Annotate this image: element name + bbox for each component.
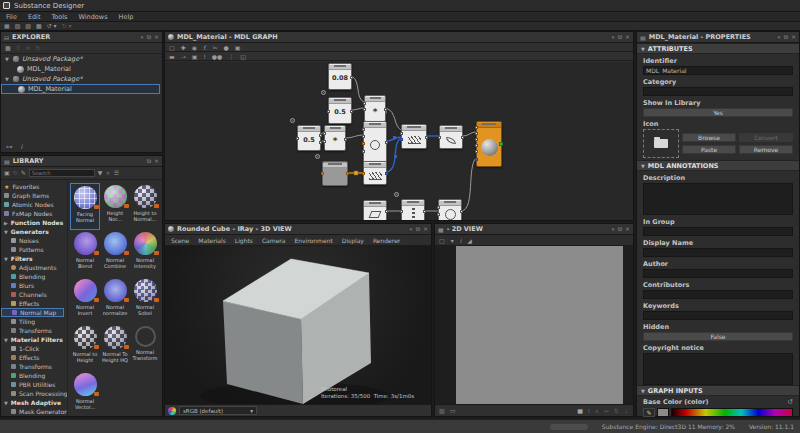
pair-icon[interactable]: ●● [212, 53, 222, 60]
snap-icon[interactable]: ◱ [240, 53, 246, 60]
library-item-normal-to-height-hq[interactable]: Normal To Height HQ [100, 324, 130, 371]
graph-node-diffuse-reflection[interactable] [401, 124, 427, 149]
close-icon[interactable]: × [791, 33, 796, 41]
browse-button[interactable]: Browse [682, 133, 736, 142]
graph-node-multiply-2[interactable]: * [324, 125, 346, 151]
cut-links-icon[interactable]: ✂ [213, 44, 218, 51]
align-icon[interactable]: ⋮ [228, 53, 234, 60]
library-category-pbr-utilities[interactable]: PBR Utilities [1, 380, 67, 389]
save-icon[interactable]: ▩ [36, 22, 42, 30]
graph-view-icon[interactable]: ⊶ [6, 143, 13, 151]
save-package-icon[interactable]: ▩ [5, 44, 11, 52]
section-attributes[interactable]: ▼ ATTRIBUTES [637, 43, 799, 54]
grid-icon[interactable]: ▦ [577, 407, 583, 414]
graph-node-normal-lookup[interactable] [438, 199, 462, 220]
reset-icon[interactable]: ↺ [787, 398, 793, 406]
library-item-normal-transform[interactable]: Normal Transform [130, 324, 160, 371]
tree-package-2[interactable]: ▼ Unsaved Package* [1, 74, 162, 84]
library-category-generators[interactable]: ▼Generators [1, 227, 67, 236]
screenshot-icon[interactable]: ◉ [192, 44, 197, 51]
menu-camera[interactable]: Camera [262, 237, 286, 244]
remove-button[interactable]: Remove [739, 145, 793, 154]
section-mdl-annotations[interactable]: ▼ MDL ANNOTATIONS [637, 160, 799, 171]
library-item-normal-vector[interactable]: Normal Vector... [70, 371, 100, 416]
new-package-icon[interactable]: ▦ [4, 22, 10, 30]
info-icon[interactable]: i [21, 143, 23, 151]
float-icon[interactable]: ⧉ [416, 225, 420, 233]
frame-icon[interactable]: ▣ [235, 44, 241, 51]
float-icon[interactable]: ⧉ [618, 225, 622, 233]
library-category-patterns[interactable]: Patterns [1, 245, 67, 254]
library-category-fxmap-nodes[interactable]: FxMap Nodes [1, 209, 67, 218]
graph-node-swizzle[interactable] [401, 199, 425, 220]
library-category-adjustments[interactable]: Adjustments [1, 263, 67, 272]
pin-icon[interactable]: ⌖ [777, 33, 780, 41]
library-item-normal-normalize[interactable]: Normal normalize [100, 277, 130, 324]
graph-node-texture-coordinate[interactable] [363, 200, 387, 220]
view2d-viewport[interactable] [435, 246, 633, 406]
edit-icon[interactable]: ✎ [21, 169, 26, 177]
histogram-icon[interactable]: ◢ [467, 237, 472, 244]
menu-windows[interactable]: Windows [79, 13, 108, 21]
paste-button[interactable]: Paste [682, 145, 736, 154]
library-category-blending[interactable]: Blending [1, 272, 67, 281]
pin-icon[interactable]: ⌖ [409, 225, 412, 233]
close-icon[interactable]: × [154, 33, 159, 41]
library-category-mesh-adaptive[interactable]: ▼Mesh Adaptive [1, 398, 67, 407]
reload-icon[interactable]: ↻ [36, 44, 41, 52]
redo-icon[interactable]: ↻ ▾ [62, 22, 72, 30]
library-category-channels[interactable]: Channels [1, 290, 67, 299]
library-category-atomic-nodes[interactable]: Atomic Nodes [1, 200, 67, 209]
link-mode-icon[interactable]: ⊸ [181, 53, 186, 60]
identifier-field[interactable]: MDL_Material [643, 66, 793, 75]
filter-icon[interactable]: ▼ [98, 169, 103, 177]
float-icon[interactable]: ⧉ [147, 157, 151, 165]
library-category-scan-processing[interactable]: Scan Processing [1, 389, 67, 398]
graph-node-constant-05a[interactable]: 0.5 [328, 97, 352, 124]
menu-tools[interactable]: Tools [51, 13, 67, 21]
in-group-field[interactable] [643, 227, 793, 236]
library-item-height-to-normal[interactable]: Height to Normal... [130, 183, 160, 230]
refresh-icon[interactable]: ↻ [13, 169, 18, 177]
pin-icon[interactable]: ⌖ [611, 33, 614, 41]
library-item-normal-to-height[interactable]: Normal to Height [70, 324, 100, 371]
author-field[interactable] [643, 269, 793, 278]
library-item-height-normal[interactable]: Height Nor... [100, 183, 130, 230]
color-gradient-slider[interactable] [671, 408, 793, 417]
new-folder-icon[interactable]: ▣ [4, 169, 10, 177]
show-in-library-toggle[interactable]: Yes [643, 108, 793, 117]
hidden-toggle[interactable]: False [643, 332, 793, 341]
library-category-favorites[interactable]: ★Favorites [1, 182, 67, 191]
close-icon[interactable]: × [154, 157, 159, 165]
convert-button[interactable]: Convert [739, 133, 793, 142]
channels-k-icon[interactable]: κ [595, 407, 599, 414]
function-icon[interactable]: f. [203, 44, 207, 51]
library-category-function-nodes[interactable]: ▶Function Nodes [1, 218, 67, 227]
graph-node-surface[interactable] [439, 125, 463, 149]
library-category-1-click[interactable]: 1-Click [1, 344, 67, 353]
description-textarea[interactable] [643, 183, 793, 215]
library-category-blurs[interactable]: Blurs [1, 281, 67, 290]
warning-icon[interactable]: ! [203, 53, 205, 60]
pin-icon[interactable]: ⌖ [611, 225, 614, 233]
menu-renderer[interactable]: Renderer [373, 237, 400, 244]
arrow-icon[interactable]: ↔ [604, 407, 609, 414]
graph-node-diffuse-reflection-2[interactable] [363, 161, 387, 185]
view-mode-icon[interactable]: ☰ [114, 169, 119, 177]
menu-environment[interactable]: Environment [294, 237, 332, 244]
menu-display[interactable]: Display [342, 237, 364, 244]
chevron-down-icon[interactable]: ▼ [5, 56, 10, 62]
float-icon[interactable]: ⧉ [784, 33, 788, 41]
chevron-down-icon[interactable]: ▼ [5, 76, 10, 82]
fit-icon[interactable]: ▢ [439, 237, 445, 244]
comment-icon[interactable]: ▬ [169, 53, 175, 60]
menu-scene[interactable]: Scene [171, 237, 189, 244]
menu-materials[interactable]: Materials [198, 237, 226, 244]
library-item-normal-combine[interactable]: Normal Combine [100, 230, 130, 277]
library-category-noises[interactable]: Noises [1, 236, 67, 245]
library-category-normal-map[interactable]: Normal Map [1, 308, 64, 317]
eyedropper-icon[interactable]: ✎ [643, 408, 655, 417]
graph-node-base-color[interactable] [322, 161, 348, 186]
menu-help[interactable]: Help [119, 13, 134, 21]
library-category-transforms[interactable]: Transforms [1, 326, 67, 335]
